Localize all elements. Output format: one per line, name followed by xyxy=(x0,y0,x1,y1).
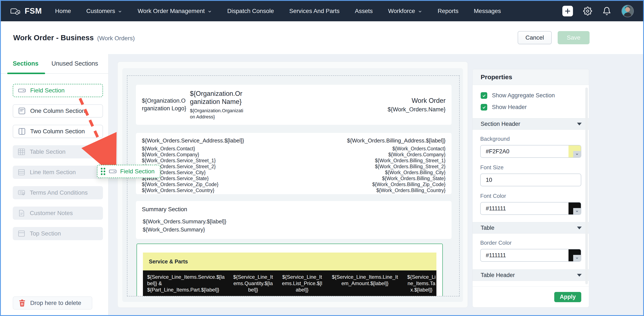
service-parts-table-header-row: ${Service_Line_Items.Service.$[label]} &… xyxy=(143,270,436,296)
show-header-checkbox[interactable]: Show Header xyxy=(481,104,581,110)
page-subtitle: (Work Orders) xyxy=(97,35,135,42)
cancel-button[interactable]: Cancel xyxy=(518,31,552,44)
nav-item-customers[interactable]: Customers xyxy=(86,8,122,15)
sidebar-tabs: Sections Unused Sections xyxy=(1,54,108,74)
section-header-body: Background Font Size Font Color xyxy=(472,130,589,222)
nav-item-workforce[interactable]: Workforce xyxy=(388,8,422,15)
panel-scrollbar[interactable] xyxy=(585,88,588,284)
line-item-section-icon xyxy=(18,169,26,176)
drop-to-delete-zone[interactable]: Drop here to delete xyxy=(13,296,92,309)
header-buttons: Cancel Save xyxy=(518,31,590,44)
properties-checkboxes: Show Aggregate Section Show Header xyxy=(472,85,589,118)
bell-icon[interactable] xyxy=(602,7,611,16)
summary-section-title: Summary Section xyxy=(142,206,446,213)
chevron-down-icon xyxy=(207,9,212,14)
nav-item-reports[interactable]: Reports xyxy=(438,8,458,15)
sidebar-item-one-column-section[interactable]: One Column Section xyxy=(13,104,103,117)
apply-button[interactable]: Apply xyxy=(554,292,581,302)
sidebar-item-line-item-section: Line Item Section xyxy=(13,166,103,179)
sidebar-item-customer-notes: Customer Notes xyxy=(13,207,103,220)
service-parts-section-selected[interactable]: Service & Parts ${Service_Line_Items.Ser… xyxy=(136,244,443,296)
service-parts-header: Service & Parts xyxy=(143,253,436,270)
sections-sidebar: Sections Unused Sections Field Section O… xyxy=(1,54,108,316)
chevron-down-icon xyxy=(418,9,422,14)
brand-logo[interactable]: FSM xyxy=(10,7,42,16)
top-section-icon xyxy=(18,230,26,237)
doc-title-block: Work Order ${Work_Orders.Name} xyxy=(388,97,446,113)
checkbox-checked-icon xyxy=(481,104,487,110)
page-title: Work Order - Business xyxy=(13,34,94,42)
table-column-list-price: ${Service_Line_Items.List_Price.$[label]… xyxy=(282,274,323,296)
org-address-placeholder: ${Organization.Organization Address} xyxy=(190,108,245,120)
properties-panel: Properties Show Aggregate Section Show H… xyxy=(472,69,589,307)
border-color-label: Border Color xyxy=(480,240,581,246)
address-section[interactable]: ${Work_Orders.Service_Address.$[label]} … xyxy=(136,133,452,194)
border-color-input[interactable] xyxy=(480,249,581,262)
fsm-van-icon xyxy=(10,7,21,15)
nav-item-services-and-parts[interactable]: Services And Parts xyxy=(289,8,340,15)
dragged-field-section-ghost[interactable]: Field Section xyxy=(97,165,160,178)
two-column-section-icon xyxy=(18,128,26,135)
summary-value-placeholder: ${Work_Orders.Summary} xyxy=(143,227,446,233)
org-logo-placeholder: ${Organization.Organization Logo} xyxy=(142,97,187,112)
color-picker-dropdown[interactable] xyxy=(573,255,581,261)
nav-item-messages[interactable]: Messages xyxy=(474,8,501,15)
section-header-accordion[interactable]: Section Header xyxy=(472,118,589,130)
drag-handle-icon xyxy=(101,168,105,175)
caret-down-icon xyxy=(577,123,582,125)
section-list: Field Section One Column Section Two Col… xyxy=(1,74,108,240)
checkbox-checked-icon xyxy=(481,92,487,99)
top-navbar: FSM Home Customers Work Order Management… xyxy=(1,1,643,21)
summary-section[interactable]: Summary Section ${Work_Orders.Summary.$[… xyxy=(136,201,452,239)
summary-label-placeholder: ${Work_Orders.Summary.$[label]} xyxy=(143,218,446,225)
one-column-section-icon xyxy=(18,107,26,115)
table-column-quantity: ${Service_Line_Items.Quantity.$[label]} xyxy=(233,274,273,296)
drop-to-delete-label: Drop here to delete xyxy=(30,300,81,306)
table-header-accordion[interactable]: Table Header xyxy=(472,269,589,281)
gear-icon[interactable] xyxy=(583,7,592,16)
org-name-placeholder: ${Organization.Organization Name} xyxy=(190,90,245,106)
active-tab-underline xyxy=(7,73,45,74)
ghost-label: Field Section xyxy=(120,168,154,175)
properties-title: Properties xyxy=(472,69,589,85)
billing-address-label: ${Work_Orders.Billing_Address.$[label]} xyxy=(347,137,446,143)
template-page[interactable]: ${Organization.Organization Logo} ${Orga… xyxy=(127,75,460,296)
color-picker-dropdown[interactable] xyxy=(573,151,581,157)
properties-footer: Apply xyxy=(472,286,589,307)
doc-number-placeholder: ${Work_Orders.Name} xyxy=(388,106,446,113)
tab-unused-sections[interactable]: Unused Sections xyxy=(52,60,98,67)
template-canvas-inner: ${Organization.Organization Logo} ${Orga… xyxy=(122,68,463,302)
title-wrap: Work Order - Business (Work Orders) xyxy=(13,34,135,42)
save-button[interactable]: Save xyxy=(558,31,590,44)
org-header-section[interactable]: ${Organization.Organization Logo} ${Orga… xyxy=(136,85,452,125)
avatar-image xyxy=(622,5,633,17)
background-label: Background xyxy=(480,136,581,142)
template-canvas: ${Organization.Organization Logo} ${Orga… xyxy=(118,62,468,308)
background-color-input[interactable] xyxy=(480,145,581,158)
show-aggregate-section-checkbox[interactable]: Show Aggregate Section xyxy=(481,92,581,99)
sidebar-item-field-section[interactable]: Field Section xyxy=(13,84,103,97)
sidebar-item-two-column-section[interactable]: Two Column Section xyxy=(13,125,103,138)
sidebar-item-terms-and-conditions: Terms And Conditions xyxy=(13,186,103,199)
font-size-input[interactable] xyxy=(480,174,581,186)
doc-title: Work Order xyxy=(388,97,446,105)
color-picker-dropdown[interactable] xyxy=(573,208,581,214)
add-button[interactable] xyxy=(562,6,573,16)
font-color-input[interactable] xyxy=(480,202,581,215)
nav-item-assets[interactable]: Assets xyxy=(355,8,373,15)
nav-item-home[interactable]: Home xyxy=(55,8,71,15)
tab-sections[interactable]: Sections xyxy=(13,60,38,67)
caret-down-icon xyxy=(577,274,582,277)
trash-icon xyxy=(19,299,26,307)
brand-name: FSM xyxy=(25,7,42,16)
billing-address-column: ${Work_Orders.Billing_Address.$[label]} … xyxy=(347,137,446,194)
user-avatar[interactable] xyxy=(622,5,634,17)
nav-item-work-order-management[interactable]: Work Order Management xyxy=(138,8,212,15)
service-address-label: ${Work_Orders.Service_Address.$[label]} xyxy=(142,137,244,143)
customer-notes-icon xyxy=(18,210,26,217)
nav-item-dispatch-console[interactable]: Dispatch Console xyxy=(227,8,274,15)
chevron-down-icon xyxy=(118,9,122,14)
table-accordion[interactable]: Table xyxy=(472,222,589,234)
table-column-tax: ${Service_Line_Items.Tax.$[label]} xyxy=(407,274,436,296)
page-header: Work Order - Business (Work Orders) Canc… xyxy=(1,21,643,54)
